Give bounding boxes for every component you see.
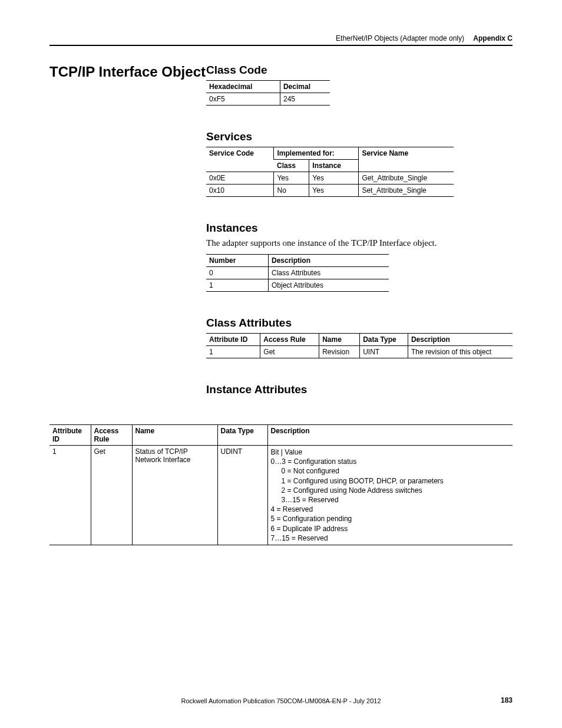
page-header: EtherNet/IP Objects (Adapter mode only) … xyxy=(49,34,513,46)
footer-page-number: 183 xyxy=(501,696,513,704)
table-row: 0xF5 245 xyxy=(206,93,330,106)
cell-name: Status of TCP/IP Network Interface xyxy=(132,446,217,545)
cell: Yes xyxy=(309,185,359,197)
cell: Set_Attribute_Single xyxy=(359,185,454,197)
th-access-rule: Access Rule xyxy=(260,334,319,346)
table-row: 1 Get Revision UINT The revision of this… xyxy=(206,346,513,358)
heading-services: Services xyxy=(206,130,513,143)
page-title: TCP/IP Interface Object xyxy=(49,64,206,80)
table-row: 1 Get Status of TCP/IP Network Interface… xyxy=(49,446,513,545)
desc-line: 2 = Configured using Node Address switch… xyxy=(271,486,510,495)
description-lines: Bit | Value 0…3 = Configuration status 0… xyxy=(271,447,510,543)
cell: No xyxy=(274,185,309,197)
desc-line: 1 = Configured using BOOTP, DHCP, or par… xyxy=(271,476,510,486)
th-attr-id: Attribute ID xyxy=(49,425,91,446)
instances-intro: The adapter supports one instance of the… xyxy=(206,238,513,248)
desc-line: 0 = Not configured xyxy=(271,466,510,476)
header-appendix: Appendix C xyxy=(473,34,513,42)
cell: Object Attributes xyxy=(269,279,389,292)
header-section-title: EtherNet/IP Objects (Adapter mode only) xyxy=(336,34,464,42)
section-instance-attributes-table: Attribute ID Access Rule Name Data Type … xyxy=(49,424,513,545)
cell: UINT xyxy=(360,346,408,358)
desc-line: 4 = Reserved xyxy=(271,505,510,514)
th-data-type: Data Type xyxy=(360,334,408,346)
cell: 245 xyxy=(280,93,330,106)
table-services: Service Code Implemented for: Service Na… xyxy=(206,147,454,197)
cell-description: Bit | Value 0…3 = Configuration status 0… xyxy=(267,446,513,545)
th-description: Description xyxy=(269,255,389,267)
desc-line: 6 = Duplicate IP address xyxy=(271,524,510,533)
section-class-code: Class Code Hexadecimal Decimal 0xF5 245 xyxy=(206,64,513,106)
heading-class-attributes: Class Attributes xyxy=(206,317,513,330)
cell: The revision of this object xyxy=(408,346,513,358)
cell: Yes xyxy=(274,172,309,185)
desc-line: 0…3 = Configuration status xyxy=(271,457,510,466)
section-instance-attributes-heading: Instance Attributes xyxy=(206,383,513,396)
table-class-attributes: Attribute ID Access Rule Name Data Type … xyxy=(206,333,513,358)
cell-attr-id: 1 xyxy=(49,446,91,545)
th-description: Description xyxy=(408,334,513,346)
desc-line: 7…15 = Reserved xyxy=(271,533,510,543)
section-class-attributes: Class Attributes Attribute ID Access Rul… xyxy=(206,317,513,358)
heading-instance-attributes: Instance Attributes xyxy=(206,383,513,396)
cell-dtype: UDINT xyxy=(217,446,267,545)
th-instance: Instance xyxy=(309,160,359,172)
th-data-type: Data Type xyxy=(217,425,267,446)
th-access-rule: Access Rule xyxy=(91,425,132,446)
cell: 0x0E xyxy=(206,172,274,185)
th-service-name: Service Name xyxy=(359,147,454,172)
cell: 1 xyxy=(206,346,260,358)
th-name: Name xyxy=(319,334,360,346)
th-number: Number xyxy=(206,255,269,267)
cell: Revision xyxy=(319,346,360,358)
table-row: 0x10 No Yes Set_Attribute_Single xyxy=(206,185,454,197)
desc-line: 3…15 = Reserved xyxy=(271,495,510,505)
th-description: Description xyxy=(267,425,513,446)
th-implemented-for: Implemented for: xyxy=(274,147,359,160)
th-name: Name xyxy=(132,425,217,446)
cell: Yes xyxy=(309,172,359,185)
section-instances: Instances The adapter supports one insta… xyxy=(206,222,513,292)
cell: Get xyxy=(260,346,319,358)
cell: Get_Attribute_Single xyxy=(359,172,454,185)
th-hex: Hexadecimal xyxy=(206,81,280,93)
table-class-code: Hexadecimal Decimal 0xF5 245 xyxy=(206,80,330,106)
cell: Class Attributes xyxy=(269,267,389,279)
cell: 0 xyxy=(206,267,269,279)
table-row: 1 Object Attributes xyxy=(206,279,389,292)
section-services: Services Service Code Implemented for: S… xyxy=(206,130,513,197)
th-dec: Decimal xyxy=(280,81,330,93)
table-instances: Number Description 0 Class Attributes 1 … xyxy=(206,254,389,292)
desc-line: 5 = Configuration pending xyxy=(271,514,510,523)
table-instance-attributes: Attribute ID Access Rule Name Data Type … xyxy=(49,424,513,545)
th-service-code: Service Code xyxy=(206,147,274,172)
main-content: Class Code Hexadecimal Decimal 0xF5 245 … xyxy=(206,64,513,400)
th-attr-id: Attribute ID xyxy=(206,334,260,346)
desc-line: Bit | Value xyxy=(271,447,510,457)
cell-access: Get xyxy=(91,446,132,545)
heading-class-code: Class Code xyxy=(206,64,513,77)
heading-instances: Instances xyxy=(206,222,513,235)
th-class: Class xyxy=(274,160,309,172)
cell: 0xF5 xyxy=(206,93,280,106)
table-row: 0 Class Attributes xyxy=(206,267,389,279)
page-footer: Rockwell Automation Publication 750COM-U… xyxy=(49,697,513,704)
table-row: 0x0E Yes Yes Get_Attribute_Single xyxy=(206,172,454,185)
footer-publication: Rockwell Automation Publication 750COM-U… xyxy=(181,697,381,704)
cell: 1 xyxy=(206,279,269,292)
cell: 0x10 xyxy=(206,185,274,197)
